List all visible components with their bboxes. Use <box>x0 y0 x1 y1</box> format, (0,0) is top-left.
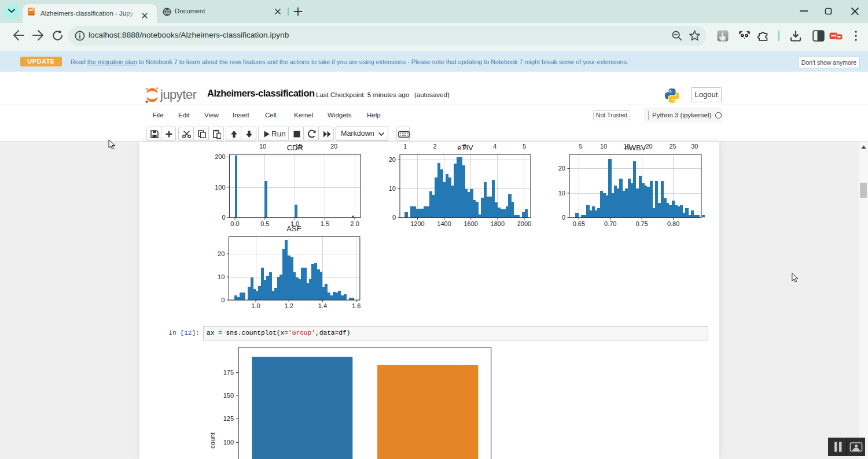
svg-text:0.0: 0.0 <box>230 220 239 227</box>
svg-text:1.5: 1.5 <box>321 220 329 227</box>
svg-text:10: 10 <box>259 143 266 150</box>
svg-text:100: 100 <box>215 184 225 191</box>
svg-text:0.5: 0.5 <box>260 220 269 227</box>
svg-text:20: 20 <box>218 250 225 257</box>
svg-text:30: 30 <box>691 143 698 150</box>
svg-text:0: 0 <box>221 297 225 303</box>
svg-text:150: 150 <box>223 392 234 399</box>
svg-text:2.0: 2.0 <box>351 220 359 227</box>
svg-text:10: 10 <box>218 273 225 280</box>
svg-text:0.75: 0.75 <box>635 220 648 227</box>
svg-text:1.4: 1.4 <box>318 302 327 309</box>
svg-text:eTIV: eTIV <box>457 143 473 152</box>
svg-text:200: 200 <box>215 153 225 160</box>
svg-text:0.80: 0.80 <box>667 220 679 227</box>
svg-text:1.6: 1.6 <box>352 302 361 309</box>
svg-text:1.0: 1.0 <box>251 302 260 309</box>
svg-text:0: 0 <box>392 214 396 221</box>
svg-text:20: 20 <box>389 156 396 163</box>
svg-text:2000: 2000 <box>517 220 531 227</box>
svg-text:10: 10 <box>558 190 565 197</box>
svg-text:175: 175 <box>223 369 234 376</box>
svg-text:25: 25 <box>669 143 676 150</box>
svg-text:4: 4 <box>493 143 496 150</box>
svg-text:0: 0 <box>562 214 565 221</box>
svg-text:count: count <box>209 432 216 449</box>
svg-text:0.70: 0.70 <box>604 220 616 227</box>
svg-text:10: 10 <box>600 143 607 150</box>
svg-text:10: 10 <box>389 185 396 192</box>
svg-text:1.2: 1.2 <box>285 302 293 309</box>
svg-text:20: 20 <box>330 143 337 150</box>
svg-text:0: 0 <box>222 214 225 221</box>
svg-text:100: 100 <box>223 439 234 446</box>
svg-text:1200: 1200 <box>410 220 424 227</box>
svg-text:CDR: CDR <box>287 143 303 152</box>
svg-text:20: 20 <box>645 143 652 150</box>
svg-text:125: 125 <box>223 415 234 422</box>
svg-text:1400: 1400 <box>437 220 451 227</box>
svg-text:5: 5 <box>579 143 583 150</box>
svg-text:20: 20 <box>558 165 565 172</box>
svg-text:1800: 1800 <box>491 220 505 227</box>
svg-text:5: 5 <box>523 143 526 150</box>
svg-text:0.65: 0.65 <box>573 220 585 227</box>
svg-text:nWBV: nWBV <box>625 143 646 152</box>
svg-text:2: 2 <box>433 143 436 150</box>
svg-text:1.0: 1.0 <box>290 220 299 227</box>
svg-text:1: 1 <box>403 143 407 150</box>
svg-text:1600: 1600 <box>464 220 477 227</box>
